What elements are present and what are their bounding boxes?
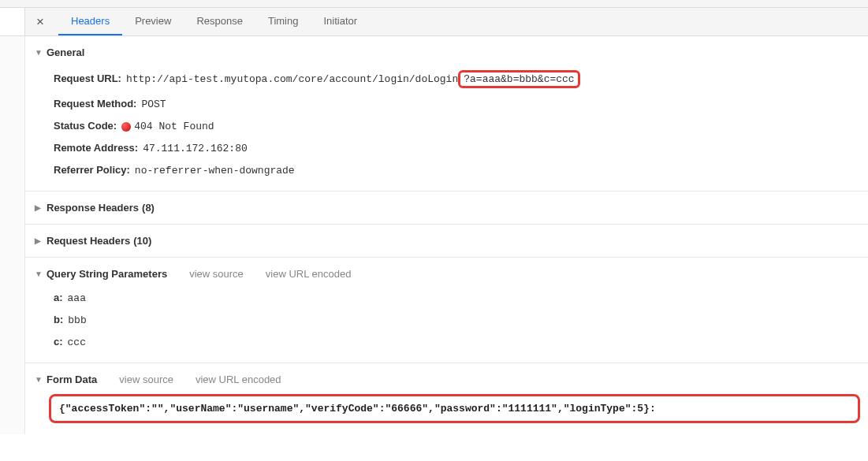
request-url-row: Request URL: http://api-test.myutopa.com… — [54, 65, 868, 93]
tab-response[interactable]: Response — [184, 8, 255, 35]
query-param-value: bbb — [68, 314, 86, 326]
chevron-down-icon — [35, 48, 43, 57]
request-method-row: Request Method: POST — [54, 93, 868, 115]
remote-address-row: Remote Address: 47.111.172.162:80 — [54, 137, 868, 159]
query-params-header[interactable]: Query String Parameters view source view… — [35, 264, 868, 284]
status-dot-icon — [121, 122, 131, 132]
query-param-value: aaa — [68, 292, 86, 304]
general-title: General — [47, 46, 84, 58]
query-param-key: a: — [54, 292, 63, 303]
request-url-query-highlight: ?a=aaa&b=bbb&c=ccc — [458, 70, 579, 88]
view-source-link[interactable]: view source — [189, 268, 244, 280]
section-response-headers: Response Headers (8) — [25, 191, 868, 225]
view-url-encoded-link[interactable]: view URL encoded — [266, 268, 352, 280]
query-param-key: b: — [54, 314, 63, 325]
form-data-header[interactable]: Form Data view source view URL encoded — [35, 370, 868, 389]
query-param-row: a: aaa — [54, 287, 868, 309]
request-headers-title: Request Headers — [47, 235, 130, 247]
query-param-row: b: bbb — [54, 309, 868, 331]
form-data-payload-highlight: {"accessToken":"","userName":"username",… — [49, 394, 860, 423]
chevron-right-icon — [35, 236, 43, 245]
section-general: General Request URL: http://api-test.myu… — [25, 36, 868, 191]
chevron-down-icon — [35, 270, 43, 278]
section-form-data: Form Data view source view URL encoded {… — [25, 363, 868, 434]
response-headers-count: (8) — [142, 202, 155, 214]
form-data-title: Form Data — [47, 374, 97, 385]
request-url-base: http://api-test.myutopa.com/core/account… — [126, 73, 458, 85]
request-method-value: POST — [141, 99, 166, 110]
status-code-label: Status Code: — [54, 120, 117, 132]
tab-preview[interactable]: Preview — [122, 8, 184, 35]
status-code-value: 404 Not Found — [134, 121, 214, 132]
chevron-right-icon — [35, 203, 43, 212]
query-param-key: c: — [54, 336, 63, 348]
tabs-bar: × Headers Preview Response Timing Initia… — [0, 8, 868, 36]
view-source-link[interactable]: view source — [119, 374, 173, 385]
query-params-title: Query String Parameters — [47, 268, 167, 280]
response-headers-header[interactable]: Response Headers (8) — [35, 198, 868, 217]
close-icon[interactable]: × — [36, 14, 44, 30]
remote-address-value: 47.111.172.162:80 — [143, 143, 248, 154]
tab-headers[interactable]: Headers — [58, 8, 122, 35]
general-header[interactable]: General — [35, 43, 868, 62]
tab-initiator[interactable]: Initiator — [311, 8, 370, 35]
section-request-headers: Request Headers (10) — [25, 225, 868, 258]
request-headers-header[interactable]: Request Headers (10) — [35, 231, 868, 251]
response-headers-title: Response Headers — [47, 202, 139, 214]
request-headers-count: (10) — [133, 235, 151, 247]
remote-address-label: Remote Address: — [54, 142, 138, 154]
referrer-policy-label: Referrer Policy: — [54, 164, 130, 176]
status-code-row: Status Code: 404 Not Found — [54, 115, 868, 137]
request-url-label: Request URL: — [54, 72, 121, 84]
view-url-encoded-link[interactable]: view URL encoded — [196, 374, 281, 385]
tab-timing[interactable]: Timing — [255, 8, 311, 35]
query-param-value: ccc — [68, 336, 86, 348]
query-param-row: c: ccc — [54, 331, 868, 353]
section-query-params: Query String Parameters view source view… — [25, 258, 868, 363]
request-method-label: Request Method: — [54, 98, 136, 110]
chevron-down-icon — [35, 375, 43, 384]
referrer-policy-value: no-referrer-when-downgrade — [135, 165, 295, 177]
referrer-policy-row: Referrer Policy: no-referrer-when-downgr… — [54, 159, 868, 181]
